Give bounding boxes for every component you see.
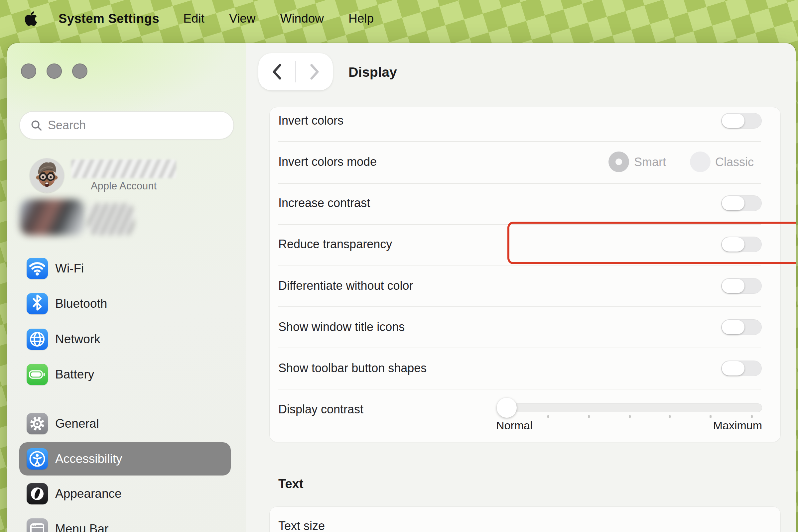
close-window-button[interactable] — [21, 63, 36, 79]
sidebar-item-label: Menu Bar — [55, 522, 108, 532]
slider-min-label: Normal — [496, 419, 533, 432]
search-icon — [30, 119, 42, 132]
row-label-invert-colors-mode: Invert colors mode — [278, 155, 377, 169]
slider-tick — [709, 415, 711, 418]
sidebar: Apple Account Wi-Fi Bluetooth — [7, 43, 246, 532]
text-settings-card: Text size — [270, 507, 780, 532]
row-label-differentiate-without-color: Differentiate without color — [278, 279, 413, 293]
row-divider — [278, 224, 761, 225]
row-divider — [278, 141, 761, 142]
row-divider — [278, 266, 761, 266]
redacted-account-name — [71, 159, 176, 178]
avatar[interactable] — [30, 158, 64, 193]
differentiate-without-color-toggle[interactable] — [721, 278, 762, 294]
radio-label-classic[interactable]: Classic — [715, 155, 754, 169]
row-divider — [278, 389, 761, 390]
content-pane: Display Invert colors Invert colors mode… — [246, 43, 796, 532]
menu-bar: System Settings Edit View Window Help — [0, 0, 798, 37]
account-label[interactable]: Apple Account — [71, 180, 176, 192]
sidebar-item-label: Bluetooth — [55, 297, 107, 311]
radio-label-smart[interactable]: Smart — [634, 155, 666, 169]
apple-logo-icon[interactable] — [24, 10, 38, 27]
back-button[interactable] — [258, 53, 295, 90]
sidebar-item-label: General — [55, 417, 99, 431]
menu-item-edit[interactable]: Edit — [183, 12, 204, 25]
menu-app-name[interactable]: System Settings — [58, 12, 159, 26]
page-title: Display — [349, 64, 397, 80]
slider-max-label: Maximum — [662, 419, 762, 432]
minimize-window-button[interactable] — [47, 63, 62, 79]
wifi-icon — [26, 258, 48, 279]
sidebar-item-wifi[interactable]: Wi-Fi — [19, 252, 231, 285]
slider-tick — [588, 415, 590, 418]
row-label-increase-contrast: Increase contrast — [278, 196, 370, 210]
gear-icon — [26, 413, 48, 434]
globe-icon — [26, 329, 48, 350]
chevron-right-icon — [309, 63, 320, 80]
menubar-icon — [26, 518, 48, 532]
history-navigation — [258, 53, 333, 90]
row-label-reduce-transparency: Reduce transparency — [278, 237, 392, 251]
sidebar-item-accessibility[interactable]: Accessibility — [19, 442, 231, 476]
bluetooth-icon — [26, 293, 48, 315]
invert-mode-smart-radio[interactable] — [609, 152, 629, 172]
redacted-item — [88, 203, 134, 235]
search-input[interactable] — [48, 118, 214, 132]
sidebar-item-network[interactable]: Network — [19, 323, 231, 356]
row-label-invert-colors: Invert colors — [278, 114, 344, 128]
display-settings-card: Invert colors Invert colors mode Smart C… — [270, 107, 780, 442]
sidebar-item-general[interactable]: General — [19, 407, 231, 440]
display-contrast-slider[interactable] — [501, 403, 762, 412]
redacted-item — [20, 200, 85, 235]
increase-contrast-toggle[interactable] — [721, 195, 762, 211]
section-header-text: Text — [278, 477, 303, 491]
invert-colors-toggle[interactable] — [721, 113, 762, 129]
display-contrast-slider-knob[interactable] — [497, 398, 517, 418]
slider-tick — [547, 415, 549, 418]
row-divider — [278, 347, 761, 348]
menu-item-help[interactable]: Help — [349, 12, 374, 25]
search-field[interactable] — [19, 111, 234, 139]
reduce-transparency-toggle[interactable] — [721, 236, 762, 252]
row-label-show-window-title-icons: Show window title icons — [278, 320, 405, 334]
zoom-window-button[interactable] — [72, 63, 88, 79]
chevron-left-icon — [271, 63, 283, 80]
sidebar-item-menu-bar[interactable]: Menu Bar — [19, 512, 231, 532]
sidebar-item-battery[interactable]: Battery — [19, 358, 231, 391]
slider-tick — [751, 415, 753, 418]
system-settings-window: Apple Account Wi-Fi Bluetooth — [7, 43, 796, 532]
row-divider — [278, 183, 761, 184]
row-divider — [278, 306, 761, 307]
battery-icon — [26, 364, 48, 385]
sidebar-item-label: Network — [55, 332, 100, 346]
row-label-text-size: Text size — [278, 519, 325, 532]
row-label-show-toolbar-button-shapes: Show toolbar button shapes — [278, 361, 427, 375]
menu-item-view[interactable]: View — [229, 12, 256, 25]
menu-item-window[interactable]: Window — [280, 12, 324, 25]
invert-mode-classic-radio[interactable] — [690, 152, 710, 172]
sidebar-item-bluetooth[interactable]: Bluetooth — [19, 287, 231, 320]
sidebar-item-label: Appearance — [55, 487, 122, 501]
appearance-icon — [26, 483, 48, 505]
sidebar-item-appearance[interactable]: Appearance — [19, 477, 231, 510]
show-window-title-icons-toggle[interactable] — [721, 319, 762, 335]
slider-tick — [669, 415, 671, 418]
window-controls — [21, 63, 88, 79]
accessibility-icon — [26, 448, 48, 470]
sidebar-item-label: Accessibility — [55, 452, 122, 466]
sidebar-item-label: Wi-Fi — [55, 262, 84, 276]
show-toolbar-button-shapes-toggle[interactable] — [721, 361, 762, 376]
sidebar-item-label: Battery — [55, 367, 94, 381]
forward-button[interactable] — [296, 53, 333, 90]
slider-tick — [629, 415, 631, 418]
row-label-display-contrast: Display contrast — [278, 402, 364, 416]
